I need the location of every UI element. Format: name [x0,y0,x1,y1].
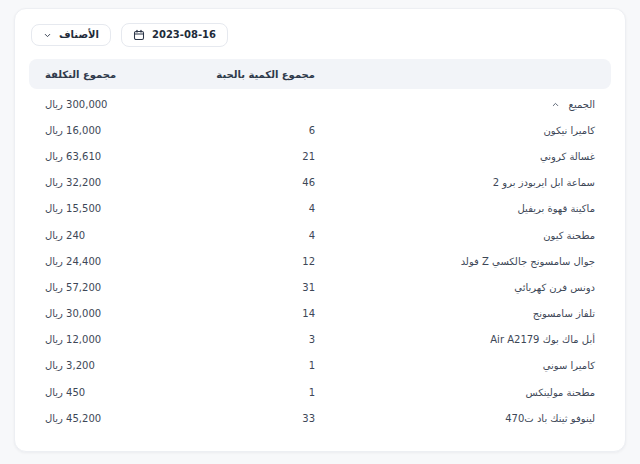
item-name: مطحنة كيون [543,230,595,241]
item-name: الجميع [569,99,595,110]
table-row: سماعة ابل ايربودز برو 2 46 32,200 ريال [29,170,611,196]
header-cost: مجموع التكلفة [45,69,195,80]
item-name: مطحنة مولينكس [526,387,595,398]
item-cost: 300,000 ريال [45,99,195,110]
item-cost: 30,000 ريال [45,308,195,319]
table-row: كاميرا نيكون 6 16,000 ريال [29,117,611,143]
item-cost: 24,400 ريال [45,256,195,267]
item-name: لينوفو ثينك باد ت470 [505,413,595,424]
item-quantity: 3 [195,334,315,345]
table-row: ماكينة قهوة بريفيل 4 15,500 ريال [29,196,611,222]
item-quantity: 4 [195,203,315,214]
categories-dropdown[interactable]: الأصناف [31,24,111,46]
header-quantity: مجموع الكمية بالحبة [195,69,315,80]
item-cost: 450 ريال [45,387,195,398]
item-name: كاميرا نيكون [544,125,596,136]
item-quantity: 14 [195,308,315,319]
table-row: مطحنة مولينكس 1 450 ريال [29,379,611,405]
item-name: كاميرا سوني [543,360,595,371]
table-body: الجميع 300,000 ريال كاميرا نيكون 6 16,00… [29,91,611,443]
item-quantity: 1 [195,360,315,371]
item-cost: 15,500 ريال [45,203,195,214]
table-row: دونس فرن كهربائي 31 57,200 ريال [29,274,611,300]
date-picker[interactable]: 2023-08-16 [121,23,228,47]
item-name: ماكينة قهوة بريفيل [518,203,595,214]
table-row: غسالة كروني 21 63,610 ريال [29,143,611,169]
item-name: جوال سامسونج جالكسي Z فولد [461,256,595,267]
table-row: لينوفو ثينك باد ت470 33 45,200 ريال [29,405,611,431]
table-row: جوال سامسونج جالكسي Z فولد 12 24,400 ريا… [29,248,611,274]
item-name: تلفاز سامسونج [533,308,595,319]
item-name: غسالة كروني [540,151,595,162]
item-cost: 45,200 ريال [45,413,195,424]
item-quantity: 31 [195,282,315,293]
item-quantity: 4 [195,230,315,241]
table-row: أبل ماك بوك Air A2179 3 12,000 ريال [29,327,611,353]
item-cost: 63,610 ريال [45,151,195,162]
item-name: سماعة ابل ايربودز برو 2 [493,177,595,188]
item-cost: 240 ريال [45,230,195,241]
item-cost: 12,000 ريال [45,334,195,345]
chevron-up-icon[interactable] [551,100,560,109]
item-cost: 57,200 ريال [45,282,195,293]
report-card: الأصناف 2023-08-16 مجموع الكمية بالحبة م… [14,8,626,452]
item-name: دونس فرن كهربائي [514,282,595,293]
table-row: مطحنة كيون 4 240 ريال [29,222,611,248]
toolbar: الأصناف 2023-08-16 [31,23,609,47]
calendar-icon [133,29,145,41]
table-row: الجميع 300,000 ريال [29,91,611,117]
item-quantity: 21 [195,151,315,162]
item-quantity: 46 [195,177,315,188]
item-quantity: 1 [195,387,315,398]
chevron-down-icon [43,31,52,40]
item-cost: 16,000 ريال [45,125,195,136]
item-cost: 32,200 ريال [45,177,195,188]
categories-dropdown-label: الأصناف [59,30,99,40]
item-quantity: 12 [195,256,315,267]
table-row: تلفاز سامسونج 14 30,000 ريال [29,301,611,327]
table-row: كاميرا سوني 1 3,200 ريال [29,353,611,379]
item-quantity: 33 [195,413,315,424]
date-value: 2023-08-16 [152,30,216,40]
item-quantity: 6 [195,125,315,136]
item-cost: 3,200 ريال [45,360,195,371]
table-header: مجموع الكمية بالحبة مجموع التكلفة [29,59,611,89]
item-name: أبل ماك بوك Air A2179 [490,334,595,345]
